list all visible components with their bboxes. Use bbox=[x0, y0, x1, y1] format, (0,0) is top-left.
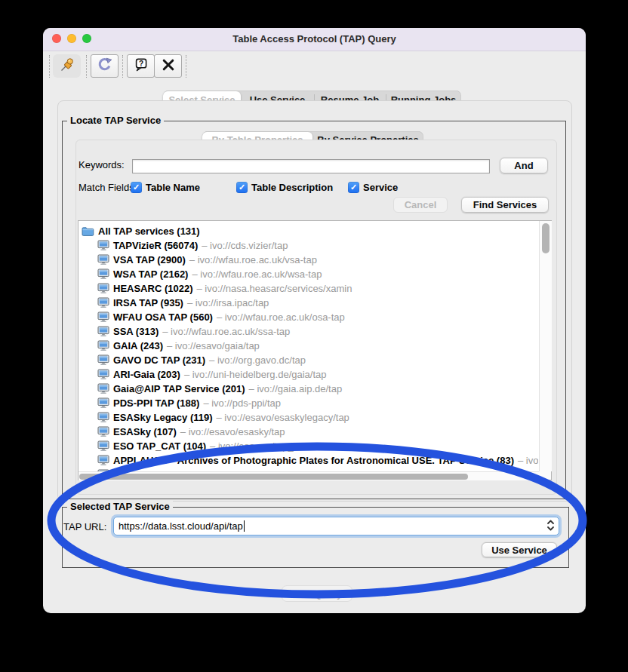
service-uri: – ivo://esavo/gaia/tap bbox=[167, 340, 260, 351]
service-monitor-icon bbox=[97, 354, 109, 366]
screenshot-canvas: Table Access Protocol (TAP) Query bbox=[0, 0, 628, 672]
window-title: Table Access Protocol (TAP) Query bbox=[43, 28, 586, 51]
tap-url-value: https://data.lsst.cloud/api/tap bbox=[119, 520, 243, 532]
service-monitor-icon bbox=[97, 254, 109, 265]
checkbox-checked-icon[interactable]: ✓ bbox=[131, 182, 142, 193]
service-uri: – ivo://nasa.heasarc/services/xamin bbox=[196, 283, 352, 294]
tree-row[interactable]: WSA TAP (2162)– ivo://wfau.roe.ac.uk/wsa… bbox=[97, 267, 538, 281]
match-fields-label: Match Fields: bbox=[78, 180, 137, 195]
service-name: GAIA (243) bbox=[113, 340, 163, 351]
service-monitor-icon bbox=[97, 455, 109, 466]
tree-rows: All TAP services (131)TAPVizieR (56074)–… bbox=[78, 221, 538, 471]
tree-row[interactable]: Gaia@AIP TAP Service (201)– ivo://gaia.a… bbox=[97, 382, 538, 396]
keywords-input[interactable] bbox=[132, 159, 490, 173]
service-monitor-icon bbox=[97, 397, 109, 409]
service-name: Gaia@AIP TAP Service (201) bbox=[113, 383, 245, 394]
tree-row[interactable]: ESO TAP_CAT (104)– ivo://eso.org/tap_cat bbox=[97, 439, 538, 453]
toolbar-separator bbox=[122, 55, 123, 78]
help-button[interactable]: ? bbox=[127, 54, 155, 78]
combobox-stepper[interactable] bbox=[544, 519, 557, 533]
pushpin-icon bbox=[59, 57, 75, 76]
service-name: ESASky Legacy (119) bbox=[113, 412, 213, 423]
service-name: VSA TAP (2900) bbox=[113, 254, 186, 265]
service-uri: – ivo://wfau.roe.ac.uk/ssa-tap bbox=[162, 326, 290, 337]
vertical-scrollbar-thumb[interactable] bbox=[542, 223, 550, 253]
service-monitor-icon bbox=[97, 240, 109, 251]
tree-row[interactable]: IRSA TAP (935)– ivo://irsa.ipac/tap bbox=[97, 296, 538, 310]
locate-frame-title: Locate TAP Service bbox=[67, 115, 164, 126]
service-monitor-icon bbox=[97, 440, 109, 452]
service-name: ESASky (107) bbox=[113, 426, 177, 437]
and-or-toggle-button[interactable]: And bbox=[500, 158, 548, 173]
close-dialog-button[interactable] bbox=[154, 54, 182, 78]
service-uri: – ivo://cds.vizier/tap bbox=[202, 240, 288, 251]
service-uri: – ivo://esavo/esaskylegacy/tap bbox=[217, 412, 349, 423]
service-name: ARI-Gaia (203) bbox=[113, 369, 180, 380]
service-monitor-icon bbox=[97, 283, 109, 294]
service-name: SSA (313) bbox=[113, 326, 159, 337]
service-uri: – ivo://esavo/esasky/tap bbox=[180, 426, 285, 437]
service-name: WSA TAP (2162) bbox=[113, 268, 188, 280]
tree-row[interactable]: GAVO DC TAP (231)– ivo://org.gavo.dc/tap bbox=[97, 353, 538, 367]
tree-row[interactable]: ESASky (107)– ivo://esavo/esasky/tap bbox=[97, 425, 538, 439]
tree-row[interactable]: HEASARC (1022)– ivo://nasa.heasarc/servi… bbox=[97, 281, 538, 296]
tree-row[interactable]: APPLAUSE – Archives of Photographic Plat… bbox=[97, 453, 538, 468]
service-uri: – ivo://eso.org/tap_cat bbox=[210, 440, 306, 452]
service-name: PDS-PPI TAP (188) bbox=[113, 397, 199, 409]
find-services-button[interactable]: Find Services bbox=[461, 197, 549, 213]
close-icon bbox=[161, 57, 176, 75]
horizontal-scrollbar[interactable] bbox=[78, 471, 539, 480]
text-caret bbox=[244, 520, 245, 532]
service-monitor-icon bbox=[97, 297, 109, 308]
keywords-label: Keywords: bbox=[78, 158, 125, 172]
run-query-button[interactable]: Run Query bbox=[282, 585, 352, 602]
tap-services-tree: All TAP services (131)TAPVizieR (56074)–… bbox=[78, 220, 552, 480]
service-uri: – ivo://www.p bbox=[518, 455, 538, 466]
reload-services-button[interactable] bbox=[91, 54, 119, 78]
toolbar-separator bbox=[86, 55, 87, 78]
vertical-scrollbar[interactable] bbox=[539, 221, 552, 471]
service-monitor-icon bbox=[97, 311, 109, 323]
service-monitor-icon bbox=[97, 268, 109, 280]
service-uri: – ivo://uni-heidelberg.de/gaia/tap bbox=[184, 369, 327, 380]
use-service-button[interactable]: Use Service bbox=[482, 542, 557, 557]
tree-row[interactable]: VSA TAP (2900)– ivo://wfau.roe.ac.uk/vsa… bbox=[97, 253, 538, 267]
service-uri: – ivo://gaia.aip.de/tap bbox=[249, 383, 343, 394]
checkbox-checked-icon[interactable]: ✓ bbox=[348, 182, 359, 193]
folder-icon bbox=[82, 226, 94, 237]
service-name: All TAP services (131) bbox=[98, 226, 200, 237]
pin-window-button[interactable] bbox=[53, 54, 81, 78]
service-uri: – ivo://org.gavo.dc/tap bbox=[209, 354, 306, 366]
tree-root-all-tap-services[interactable]: All TAP services (131) bbox=[82, 224, 538, 238]
service-uri: – ivo://pds-ppi/tap bbox=[203, 397, 281, 409]
tree-row[interactable]: PDS-PPI TAP (188)– ivo://pds-ppi/tap bbox=[97, 396, 538, 410]
tree-row[interactable]: TAPVizieR (56074)– ivo://cds.vizier/tap bbox=[97, 238, 538, 253]
tap-url-combobox[interactable]: https://data.lsst.cloud/api/tap bbox=[113, 517, 559, 535]
toolbar-separator bbox=[49, 55, 50, 78]
service-monitor-icon bbox=[97, 426, 109, 437]
tree-row[interactable]: ESASky Legacy (119)– ivo://esavo/esaskyl… bbox=[97, 410, 538, 425]
titlebar: Table Access Protocol (TAP) Query bbox=[43, 28, 586, 51]
match-field-table-name: ✓Table Name bbox=[131, 180, 200, 195]
tap-url-label: TAP URL: bbox=[63, 518, 106, 536]
service-monitor-icon bbox=[97, 369, 109, 380]
service-name: WFAU OSA TAP (560) bbox=[113, 311, 213, 323]
service-name: IRSA TAP (935) bbox=[113, 297, 183, 308]
service-uri: – ivo://wfau.roe.ac.uk/vsa-tap bbox=[189, 254, 317, 265]
cancel-button[interactable]: Cancel bbox=[393, 197, 448, 213]
toolbar-separator bbox=[186, 55, 186, 78]
checkbox-label: Table Name bbox=[146, 182, 200, 193]
chevron-up-down-icon bbox=[546, 518, 556, 535]
checkbox-label: Table Description bbox=[251, 182, 333, 193]
tap-query-window: Table Access Protocol (TAP) Query bbox=[43, 28, 586, 613]
tree-row[interactable]: WFAU OSA TAP (560)– ivo://wfau.roe.ac.uk… bbox=[97, 310, 538, 324]
horizontal-scrollbar-thumb[interactable] bbox=[79, 474, 468, 480]
service-name: GAVO DC TAP (231) bbox=[113, 354, 205, 366]
selected-frame-title: Selected TAP Service bbox=[67, 501, 173, 512]
service-name: ESO TAP_CAT (104) bbox=[113, 440, 206, 452]
tree-row[interactable]: GAIA (243)– ivo://esavo/gaia/tap bbox=[97, 339, 538, 353]
tree-row[interactable]: ARI-Gaia (203)– ivo://uni-heidelberg.de/… bbox=[97, 367, 538, 382]
match-field-service: ✓Service bbox=[348, 180, 398, 195]
tree-row[interactable]: SSA (313)– ivo://wfau.roe.ac.uk/ssa-tap bbox=[97, 324, 538, 339]
checkbox-checked-icon[interactable]: ✓ bbox=[236, 182, 248, 193]
